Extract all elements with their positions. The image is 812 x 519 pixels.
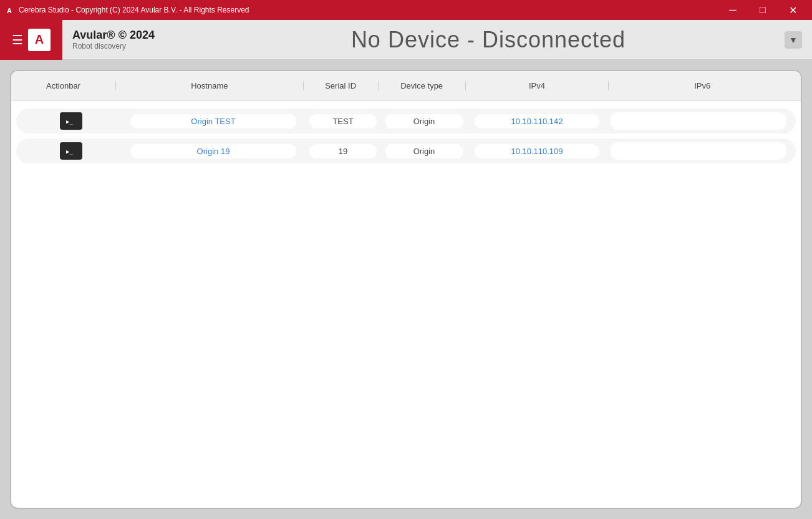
serialid-value-1: TEST (309, 114, 377, 129)
chevron-down-icon: ▼ (789, 35, 798, 45)
col-header-ipv4: IPv4 (466, 81, 609, 90)
ipv4-value-1[interactable]: 10.10.110.142 (475, 114, 599, 129)
brand-name: Avular® © 2024 (72, 29, 155, 42)
row-serialid-2: 19 (306, 144, 380, 158)
app-header: ☰ A Avular® © 2024 Robot discovery No De… (0, 20, 812, 60)
col-header-ipv6: IPv6 (609, 81, 796, 90)
title-bar-left: A Cerebra Studio - Copyright (C) 2024 Av… (5, 5, 249, 15)
table-row: ▶_ Origin 19 19 Origin 10.10.110.109 (16, 138, 796, 163)
devicetype-value-1: Origin (385, 114, 463, 129)
action-button-2[interactable]: ▶_ (60, 142, 82, 160)
row-devicetype-1: Origin (380, 114, 468, 129)
col-header-actionbar: Actionbar (16, 81, 116, 90)
devicetype-value-2: Origin (385, 144, 463, 158)
table-body: ▶_ Origin TEST TEST Origin 10.10.110.142 (11, 101, 801, 508)
svg-text:A: A (7, 7, 12, 14)
hostname-value-2[interactable]: Origin 19 (130, 144, 296, 158)
title-bar: A Cerebra Studio - Copyright (C) 2024 Av… (0, 0, 812, 20)
row-ipv6-1 (606, 112, 791, 130)
col-header-serial-id: Serial ID (304, 81, 379, 90)
hamburger-icon[interactable]: ☰ (12, 32, 23, 47)
avular-logo: A (28, 29, 51, 51)
device-dropdown[interactable]: ▼ (785, 31, 802, 49)
svg-text:▶_: ▶_ (66, 119, 73, 125)
serialid-value-2: 19 (309, 144, 377, 158)
device-table: Actionbar Hostname Serial ID Device type… (10, 70, 802, 509)
hostname-value-1[interactable]: Origin TEST (130, 114, 296, 129)
row-ipv4-2: 10.10.110.109 (468, 144, 606, 158)
main-content: Actionbar Hostname Serial ID Device type… (0, 60, 812, 519)
header-center: No Device - Disconnected ▼ (165, 27, 812, 53)
menu-section: ☰ A (0, 20, 62, 60)
row-actionbar-1: ▶_ (21, 112, 121, 130)
ipv6-value-2 (611, 142, 786, 160)
maximize-button[interactable]: □ (748, 0, 777, 20)
close-button[interactable]: ✕ (778, 0, 807, 20)
table-header: Actionbar Hostname Serial ID Device type… (11, 71, 801, 101)
title-bar-text: Cerebra Studio - Copyright (C) 2024 Avul… (19, 6, 249, 14)
app-icon: A (5, 5, 15, 15)
row-devicetype-2: Origin (380, 144, 468, 158)
title-bar-controls: ─ □ ✕ (718, 0, 807, 20)
brand-section: Avular® © 2024 Robot discovery (62, 29, 165, 51)
action-button-1[interactable]: ▶_ (60, 112, 82, 130)
row-ipv4-1: 10.10.110.142 (468, 114, 606, 129)
device-status: No Device - Disconnected (351, 27, 626, 53)
col-header-hostname: Hostname (116, 81, 304, 90)
terminal-icon: ▶_ (65, 147, 77, 155)
row-hostname-2: Origin 19 (121, 144, 306, 158)
row-hostname-1: Origin TEST (121, 114, 306, 129)
row-actionbar-2: ▶_ (21, 142, 121, 160)
brand-sub: Robot discovery (72, 42, 155, 51)
row-serialid-1: TEST (306, 114, 380, 129)
svg-text:▶_: ▶_ (66, 148, 73, 155)
row-ipv6-2 (606, 142, 791, 160)
minimize-button[interactable]: ─ (718, 0, 747, 20)
ipv6-value-1 (611, 112, 786, 130)
table-row: ▶_ Origin TEST TEST Origin 10.10.110.142 (16, 109, 796, 133)
col-header-device-type: Device type (379, 81, 466, 90)
ipv4-value-2[interactable]: 10.10.110.109 (475, 144, 599, 158)
terminal-icon: ▶_ (65, 117, 77, 125)
